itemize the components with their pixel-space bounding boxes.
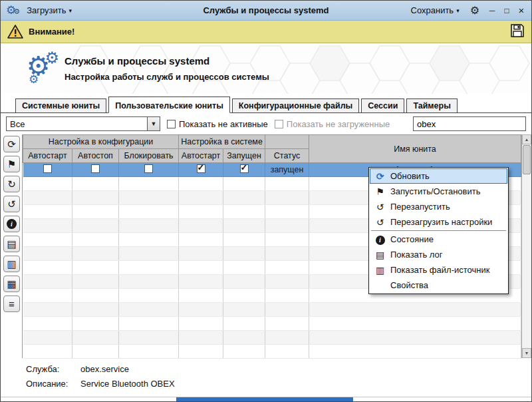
refresh-icon: ⟳ bbox=[374, 171, 386, 182]
running-system-header[interactable]: Запущен bbox=[223, 149, 265, 163]
app-gears-icon: ⚙⚙ bbox=[6, 5, 20, 16]
source-file-icon: ▥ bbox=[374, 265, 386, 276]
empty-row bbox=[23, 317, 521, 331]
refresh-icon: ⟳ bbox=[7, 138, 16, 150]
horizontal-scrollbar-thumb[interactable] bbox=[176, 397, 353, 401]
autostart-config-checkbox[interactable] bbox=[43, 164, 52, 173]
source-file-icon: ▥ bbox=[7, 258, 16, 270]
autostop-config-header[interactable]: Автостоп bbox=[72, 149, 119, 163]
empty-row bbox=[23, 331, 521, 345]
chevron-down-icon: ▾ bbox=[456, 7, 460, 14]
restart-button[interactable]: ↻ bbox=[3, 176, 20, 192]
banner: ⚙⚙⚙ Службы и процессы systemd Настройка … bbox=[1, 43, 531, 94]
units-table-area: Настройка в конфигурации Настройка в сис… bbox=[22, 134, 531, 358]
titlebar: Службы и процессы systemd ⚙⚙ Загрузить ▾… bbox=[1, 1, 531, 21]
system-group-header: Настройка в системе bbox=[179, 135, 265, 149]
menu-item-reload-settings[interactable]: ↺ Перезагрузить настройки bbox=[370, 214, 507, 230]
context-menu: ⟳ Обновить ⚑ Запустить/Остановить ↺ Пере… bbox=[368, 167, 509, 294]
save-file-icon[interactable] bbox=[510, 23, 525, 40]
description-value: Service Bluetooth OBEX bbox=[80, 379, 175, 389]
load-menu-button[interactable]: Загрузить ▾ bbox=[24, 4, 74, 17]
restart-icon: ↺ bbox=[374, 202, 386, 212]
autostart-system-header[interactable]: Автостарт bbox=[179, 149, 223, 163]
chevron-down-icon: ▾ bbox=[68, 7, 72, 14]
show-source-button[interactable]: ▥ bbox=[3, 256, 20, 272]
show-unloaded-toggle: Показать не загруженные bbox=[275, 119, 390, 129]
autostart-system-checkbox[interactable] bbox=[197, 164, 205, 173]
empty-row bbox=[23, 303, 521, 317]
group-header-row: Настройка в конфигурации Настройка в сис… bbox=[23, 135, 521, 149]
config-group-header: Настройка в конфигурации bbox=[23, 135, 179, 149]
tab-config-files[interactable]: Конфигурационные файлы bbox=[232, 99, 359, 113]
warning-bar: Внимание! bbox=[1, 21, 531, 43]
info-icon: i bbox=[7, 219, 17, 229]
show-unloaded-checkbox bbox=[275, 120, 283, 128]
left-toolbar: ⟳ ⚑ ↻ ↺ i ▤ ▥ ▦ ≡ bbox=[1, 134, 22, 358]
menu-item-restart[interactable]: ↺ Перезапустить bbox=[370, 199, 507, 214]
warning-label: Внимание! bbox=[29, 27, 74, 37]
page-title: Службы и процессы systemd bbox=[65, 55, 269, 67]
scroll-down-icon[interactable]: ▼ bbox=[522, 348, 531, 358]
horizontal-scrollbar[interactable] bbox=[1, 397, 531, 401]
unit-name-header[interactable]: Имя юнита bbox=[309, 135, 521, 163]
reload-icon: ↺ bbox=[374, 217, 386, 228]
autostop-config-checkbox[interactable] bbox=[91, 164, 100, 173]
reload-icon: ↺ bbox=[7, 198, 16, 210]
running-system-checkbox[interactable] bbox=[240, 164, 249, 173]
status-button[interactable]: i bbox=[3, 216, 20, 232]
tab-bar: Системные юниты Пользовательские юниты К… bbox=[1, 94, 531, 113]
close-button[interactable]: × bbox=[517, 5, 526, 16]
refresh-button[interactable]: ⟳ bbox=[3, 136, 20, 152]
menu-item-status[interactable]: i Состояние bbox=[370, 232, 507, 247]
menu-item-refresh[interactable]: ⟳ Обновить bbox=[370, 168, 507, 184]
filter-row: Все ▼ Показать не активные Показать не з… bbox=[1, 113, 531, 134]
tab-user-units[interactable]: Пользовательские юниты bbox=[108, 97, 230, 113]
settings-gear-icon[interactable]: ⚙ bbox=[470, 4, 479, 17]
status-header[interactable]: Статус bbox=[265, 149, 309, 163]
service-value: obex.service bbox=[80, 364, 129, 374]
save-menu-button[interactable]: Сохранить ▾ bbox=[408, 4, 462, 17]
app-window: Службы и процессы systemd ⚙⚙ Загрузить ▾… bbox=[0, 0, 532, 402]
block-config-checkbox[interactable] bbox=[144, 164, 153, 173]
properties-button[interactable]: ▦ bbox=[3, 276, 20, 292]
show-log-button[interactable]: ▤ bbox=[3, 236, 20, 252]
autostart-config-header[interactable]: Автостарт bbox=[23, 149, 72, 163]
empty-row bbox=[23, 345, 521, 359]
menu-separator bbox=[371, 230, 506, 231]
footer-info: Служба: obex.service Описание: Service B… bbox=[1, 358, 531, 398]
vertical-scrollbar[interactable]: ▲ ▼ bbox=[521, 134, 531, 358]
chevron-down-icon: ▼ bbox=[147, 117, 160, 130]
app-logo-gears-icon: ⚙⚙⚙ bbox=[1, 58, 65, 80]
unit-filter-combobox[interactable]: Все ▼ bbox=[6, 116, 160, 131]
log-icon: ▤ bbox=[374, 250, 386, 260]
tab-timers[interactable]: Таймеры bbox=[406, 99, 457, 113]
restart-icon: ↻ bbox=[7, 178, 16, 190]
service-label: Служба: bbox=[26, 364, 80, 374]
reload-settings-button[interactable]: ↺ bbox=[3, 196, 20, 212]
block-config-header[interactable]: Блокировать bbox=[119, 149, 179, 163]
info-icon: i bbox=[376, 236, 385, 245]
menu-item-properties[interactable]: Свойства bbox=[370, 278, 507, 293]
minimize-button[interactable]: ─ bbox=[487, 6, 497, 15]
scroll-up-icon[interactable]: ▲ bbox=[522, 134, 531, 144]
maximize-button[interactable]: □ bbox=[502, 6, 511, 15]
tab-sessions[interactable]: Сессии bbox=[361, 99, 404, 113]
menu-item-run-stop[interactable]: ⚑ Запустить/Остановить bbox=[370, 184, 507, 199]
status-cell: запущен bbox=[265, 163, 309, 177]
scrollbar-thumb[interactable] bbox=[523, 145, 531, 174]
show-inactive-toggle[interactable]: Показать не активные bbox=[167, 119, 268, 129]
list-button[interactable]: ≡ bbox=[3, 296, 20, 312]
status-group-header bbox=[265, 135, 309, 149]
menu-item-show-source[interactable]: ▥ Показать файл-источник bbox=[370, 262, 507, 278]
main-area: ⟳ ⚑ ↻ ↺ i ▤ ▥ ▦ ≡ Настройка в конфигурац… bbox=[1, 134, 531, 358]
search-input[interactable] bbox=[413, 116, 526, 131]
list-icon: ≡ bbox=[9, 298, 15, 309]
page-subtitle: Настройка работы служб и процессов систе… bbox=[65, 72, 269, 82]
warning-icon bbox=[7, 25, 23, 39]
run-stop-button[interactable]: ⚑ bbox=[3, 156, 20, 172]
flag-icon: ⚑ bbox=[7, 158, 16, 170]
properties-icon: ▦ bbox=[7, 278, 16, 290]
show-inactive-checkbox[interactable] bbox=[167, 120, 176, 128]
menu-item-show-log[interactable]: ▤ Показать лог bbox=[370, 247, 507, 262]
tab-system-units[interactable]: Системные юниты bbox=[15, 99, 106, 113]
